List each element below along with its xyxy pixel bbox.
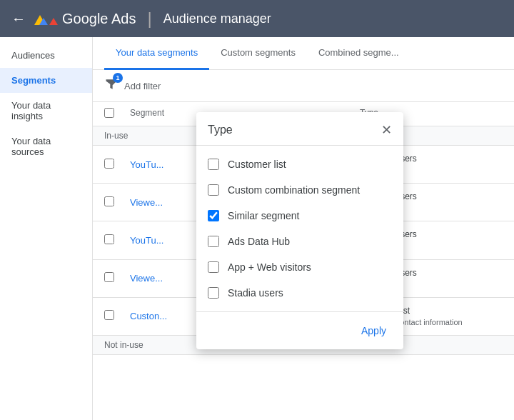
- checkbox-custom-combination[interactable]: [208, 184, 219, 196]
- checkbox-app-web[interactable]: [208, 261, 219, 273]
- logo-triangle-blue: [39, 18, 48, 25]
- dropdown-item-customer-list[interactable]: Customer list: [196, 151, 403, 177]
- dropdown-item-custom-combination[interactable]: Custom combination segment: [196, 177, 403, 203]
- logo-triangle-red: [49, 18, 58, 25]
- row-checkbox[interactable]: [104, 272, 114, 282]
- filter-icon-wrap[interactable]: 1: [104, 77, 119, 94]
- filter-bar: 1 Add filter: [93, 70, 514, 102]
- type-filter-dropdown: Type ✕ Customer list Custom combination …: [196, 112, 403, 349]
- sidebar-item-data-sources[interactable]: Your data sources: [0, 129, 92, 164]
- content-area: Your data segments Custom segments Combi…: [93, 37, 514, 420]
- sidebar-item-data-insights[interactable]: Your data insights: [0, 93, 92, 129]
- dropdown-footer: Apply: [196, 311, 403, 349]
- dropdown-item-app-web[interactable]: App + Web visitors: [196, 254, 403, 280]
- dropdown-item-stadia-users[interactable]: Stadia users: [196, 280, 403, 306]
- header: ← Google Ads | Audience manager: [0, 0, 514, 37]
- apply-button[interactable]: Apply: [356, 321, 392, 341]
- tabs-bar: Your data segments Custom segments Combi…: [93, 37, 514, 70]
- checkbox-similar-segment[interactable]: [208, 210, 219, 221]
- checkbox-ads-data-hub[interactable]: [208, 236, 219, 247]
- checkbox-customer-list[interactable]: [208, 159, 219, 170]
- row-checkbox[interactable]: [104, 159, 114, 169]
- dropdown-body: Customer list Custom combination segment…: [196, 146, 403, 311]
- tab-custom-segments[interactable]: Custom segments: [209, 37, 307, 70]
- dropdown-item-ads-data-hub[interactable]: Ads Data Hub: [196, 229, 403, 254]
- page-title: Audience manager: [163, 11, 271, 26]
- row-checkbox[interactable]: [104, 234, 114, 244]
- dropdown-title: Type: [208, 124, 233, 136]
- header-divider: |: [147, 9, 151, 29]
- sidebar: Audiences Segments Your data insights Yo…: [0, 37, 93, 420]
- row-checkbox[interactable]: [104, 196, 114, 206]
- sidebar-item-segments[interactable]: Segments: [0, 68, 92, 93]
- sidebar-item-audiences[interactable]: Audiences: [0, 43, 92, 68]
- select-all-checkbox[interactable]: [104, 108, 114, 118]
- row-checkbox[interactable]: [104, 310, 114, 320]
- dropdown-header: Type ✕: [196, 112, 403, 146]
- app-name: Google Ads: [62, 11, 136, 27]
- add-filter-button[interactable]: Add filter: [124, 81, 161, 91]
- close-button[interactable]: ✕: [381, 124, 392, 136]
- tab-your-data-segments[interactable]: Your data segments: [104, 37, 209, 70]
- tab-combined-segments[interactable]: Combined segme...: [307, 37, 410, 70]
- logo: Google Ads: [34, 11, 136, 27]
- filter-badge: 1: [113, 73, 123, 83]
- main-layout: Audiences Segments Your data insights Yo…: [0, 37, 514, 420]
- checkbox-stadia-users[interactable]: [208, 287, 219, 299]
- dropdown-item-similar-segment[interactable]: Similar segment: [196, 203, 403, 229]
- back-button[interactable]: ←: [11, 11, 26, 27]
